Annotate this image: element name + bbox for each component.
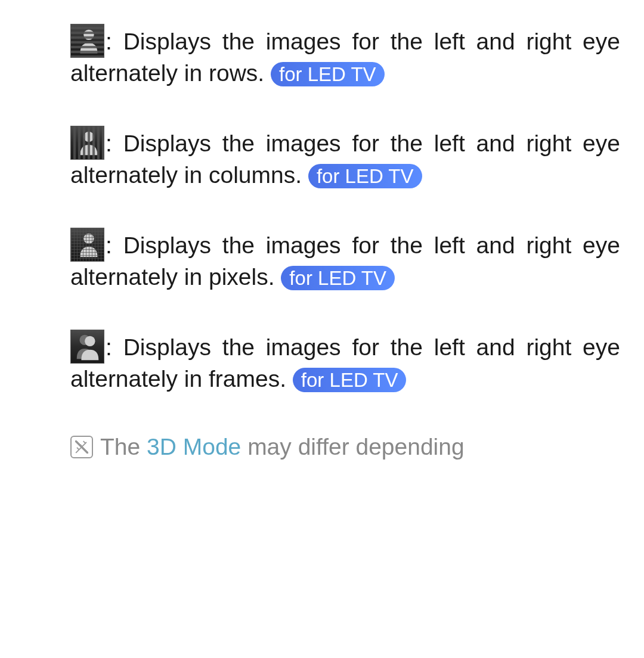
led-tv-badge: for LED TV xyxy=(271,62,385,86)
frames-icon xyxy=(70,330,104,364)
led-tv-badge: for LED TV xyxy=(293,368,407,392)
svg-point-1 xyxy=(83,132,94,142)
note-row: The 3D Mode may differ depending xyxy=(70,432,620,463)
svg-point-0 xyxy=(83,30,94,40)
note-highlight: 3D Mode xyxy=(147,434,241,460)
mode-item-columns: : Displays the images for the left and r… xyxy=(70,126,620,193)
led-tv-badge: for LED TV xyxy=(281,266,395,290)
mode-item-rows: : Displays the images for the left and r… xyxy=(70,24,620,91)
rows-icon xyxy=(70,24,104,58)
mode-item-frames: : Displays the images for the left and r… xyxy=(70,330,620,397)
svg-point-2 xyxy=(83,234,94,244)
note-suffix: may differ depending xyxy=(241,434,464,460)
note-prefix: The xyxy=(100,434,147,460)
mode-item-pixels: : Displays the images for the left and r… xyxy=(70,228,620,295)
note-icon xyxy=(70,436,93,458)
columns-icon xyxy=(70,126,104,160)
svg-point-4 xyxy=(85,336,95,346)
led-tv-badge: for LED TV xyxy=(308,164,422,188)
pixels-icon xyxy=(70,228,104,262)
